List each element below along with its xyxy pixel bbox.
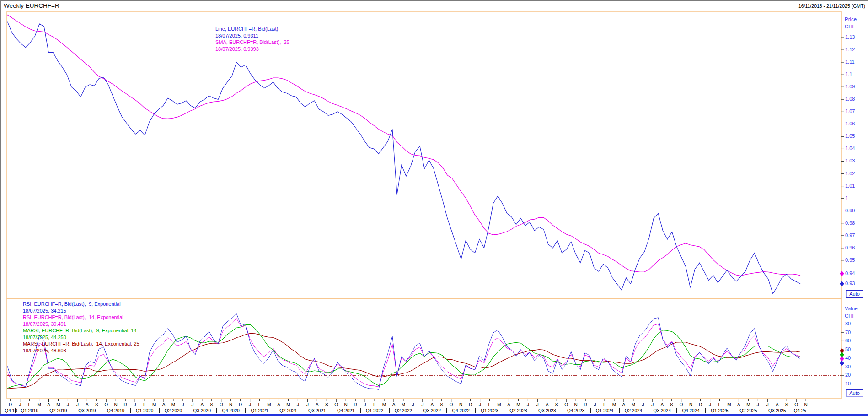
price-tick-label: 1.01 [845, 183, 855, 189]
price-tick-label: 1.02 [845, 171, 855, 176]
rsi-tick-label: 70 [845, 330, 851, 335]
month-label: D [122, 402, 129, 407]
price-axis-auto-button[interactable]: Auto [846, 290, 863, 298]
month-label: J [74, 402, 80, 407]
month-label: M [151, 402, 157, 407]
month-label: A [161, 402, 167, 407]
month-label: A [774, 402, 780, 407]
quarter-label: Q2 2019 [48, 408, 70, 413]
month-label: J [525, 402, 531, 407]
month-label: S [783, 402, 790, 407]
month-label: M [400, 402, 407, 407]
quarter-label: Q1 2019 [19, 408, 41, 413]
price-tick-label: 1.05 [845, 133, 855, 139]
legend-line-price-value: 18/07/2025, 0.9311 [215, 32, 289, 39]
month-label: N [573, 402, 579, 407]
price-tick-label: 0.98 [845, 220, 855, 226]
month-label: O [333, 402, 339, 407]
quarter-separator [648, 408, 648, 413]
quarter-label: Q3 2022 [421, 408, 443, 413]
quarter-separator [676, 408, 677, 413]
month-label: A [199, 402, 205, 407]
month-label: N [343, 402, 349, 407]
month-label: F [27, 402, 33, 407]
price-line [7, 22, 800, 294]
month-label: M [285, 402, 292, 407]
month-label: A [276, 402, 282, 407]
month-label: A [735, 402, 742, 407]
quarter-label: Q4 2023 [565, 408, 587, 413]
rsi-legend: RSI, EURCHF=R, Bid(Last), 9, Exponential… [23, 301, 139, 354]
quarter-label: Q2 2025 [737, 408, 759, 413]
price-tick-label: 1.06 [845, 121, 855, 126]
month-label: J [640, 402, 646, 407]
quarter-label: Q4 2021 [335, 408, 357, 413]
quarter-label: Q3 2021 [306, 408, 328, 413]
quarter-label: Q3 2024 [651, 408, 673, 413]
quarter-separator [389, 408, 390, 413]
month-label: M [496, 402, 503, 407]
month-label: F [717, 402, 723, 407]
month-label: D [237, 402, 244, 407]
quarter-label: Q1 2023 [479, 408, 501, 413]
price-tick-label: 1.12 [845, 47, 855, 52]
quarter-label: Q2 2024 [622, 408, 644, 413]
quarter-label: Q1 2021 [249, 408, 271, 413]
quarter-separator [475, 408, 476, 413]
month-label: J [132, 402, 138, 407]
quarter-label: Q1 2025 [709, 408, 731, 413]
price-tick-label: 0.97 [845, 232, 855, 238]
quarter-separator [734, 408, 734, 413]
month-label: A [429, 402, 435, 407]
legend-marsi9-value: 18/07/2025, 44.250 [23, 334, 139, 341]
quarter-label: Q3 2025 [766, 408, 788, 413]
price-tick-label: 1.11 [845, 59, 855, 65]
price-tick-label: 1.07 [845, 108, 855, 114]
quarter-label: Q3 2020 [191, 408, 213, 413]
price-tick-label: 1.1 [845, 71, 852, 77]
rsi-axis-auto-button[interactable]: Auto [846, 389, 863, 397]
month-label: F [487, 402, 493, 407]
month-label: A [621, 402, 627, 407]
month-label: J [592, 402, 598, 407]
quarter-separator [332, 408, 332, 413]
month-label: M [745, 402, 751, 407]
month-label: O [218, 402, 225, 407]
month-label: F [371, 402, 378, 407]
month-label: J [707, 402, 713, 407]
price-marker-diamond [840, 271, 844, 276]
quarter-separator [705, 408, 706, 413]
month-label: J [534, 402, 541, 407]
rsi-tick-label: 80 [845, 321, 851, 326]
rsi-tick-label: 10 [845, 381, 851, 386]
legend-marsi14: MARSI, EURCHF=R, Bid(Last), 14, Exponent… [23, 340, 139, 347]
quarter-label: Q4 2024 [680, 408, 702, 413]
price-axis-unit: CHF [845, 24, 856, 29]
month-label: J [189, 402, 196, 407]
month-label: F [601, 402, 608, 407]
month-label: M [515, 402, 521, 407]
month-label: M [726, 402, 733, 407]
month-label: J [304, 402, 311, 407]
rsi-tick-label: 60 [845, 338, 851, 343]
month-label: J [295, 402, 301, 407]
quarter-separator [792, 408, 792, 413]
month-label: S [209, 402, 215, 407]
month-label: D [582, 402, 589, 407]
quarter-label: Q4 25 [794, 408, 806, 413]
rsi-marker-diamond [840, 361, 844, 366]
price-legend: Line, EURCHF=R, Bid(Last) 18/07/2025, 0.… [215, 26, 289, 52]
month-label: A [391, 402, 397, 407]
month-label: D [467, 402, 474, 407]
rsi-tick-label: 50 [845, 346, 851, 352]
chart-window: Weekly EURCHF=R 16/11/2018 - 21/11/2025 … [0, 0, 868, 416]
quarter-separator [303, 408, 303, 413]
quarter-separator [274, 408, 274, 413]
price-marker-label: 0.94 [845, 270, 855, 276]
quarter-label: Q3 2019 [76, 408, 98, 413]
legend-sma: SMA, EURCHF=R, Bid(Last), 25 [215, 39, 289, 46]
month-label: D [7, 402, 14, 407]
quarter-separator [245, 408, 246, 413]
legend-rsi9-value: 18/07/2025, 34.215 [23, 308, 139, 314]
month-label: J [755, 402, 761, 407]
